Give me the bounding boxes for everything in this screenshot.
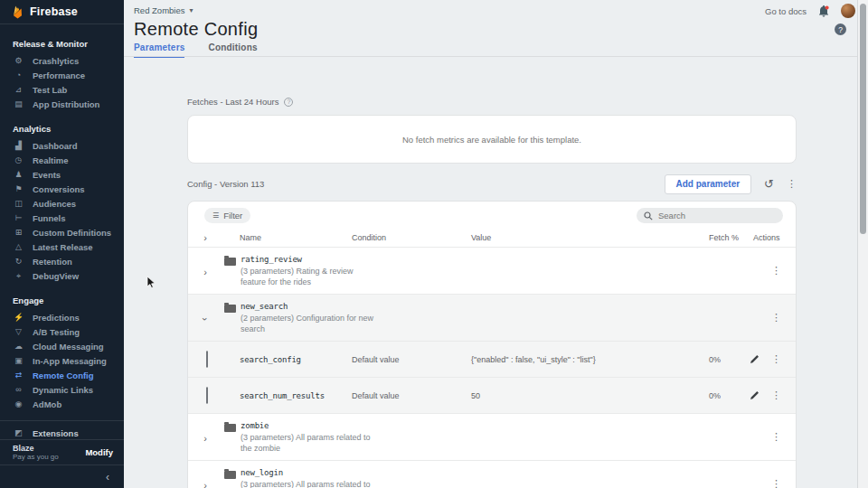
row-more-icon[interactable]: ⋮ (771, 432, 781, 442)
row-checkbox[interactable] (206, 387, 208, 404)
config-version-label: Config - Version 113 (187, 179, 264, 189)
plan-row: Blaze Pay as you go Modify (0, 439, 124, 465)
ab-testing-icon: ▽ (13, 327, 24, 336)
sidebar-item-extensions[interactable]: ◩ Extensions (0, 420, 124, 439)
sidebar-item-conversions[interactable]: ⚑Conversions (0, 182, 124, 196)
plan-detail: Pay as you go (13, 453, 59, 461)
sidebar-item-events[interactable]: ♟Events (0, 167, 124, 182)
sidebar-item-cloud-messaging[interactable]: ☁Cloud Messaging (0, 339, 124, 353)
edit-parameter-icon[interactable] (750, 354, 760, 364)
chevron-right-icon[interactable]: › (201, 480, 210, 488)
chevron-right-icon[interactable]: › (201, 433, 210, 444)
add-parameter-button[interactable]: Add parameter (665, 174, 752, 194)
predictions-icon: ⚡ (13, 313, 24, 322)
main-content: Fetches - Last 24 Hours ? No fetch metri… (124, 57, 857, 488)
table-row-zombie[interactable]: › zombie (3 parameters) All params relat… (188, 414, 796, 461)
cloud-messaging-icon: ☁ (13, 342, 24, 351)
table-row-rating-review[interactable]: › rating_review (3 parameters) Rating & … (188, 248, 796, 295)
table-row-new-search[interactable]: › new_search (2 parameters) Configuratio… (188, 295, 796, 342)
project-name: Red Zombies (134, 5, 185, 15)
dashboard-icon: ▟ (13, 141, 24, 150)
sidebar-collapse-row: ‹ (0, 465, 124, 488)
table-row-new-login[interactable]: › new_login (3 parameters) All params re… (188, 461, 796, 488)
section-release-monitor: Release & Monitor (0, 32, 124, 53)
scrollbar-thumb[interactable] (860, 4, 866, 234)
expand-all-icon[interactable]: › (201, 232, 210, 243)
sidebar-item-audiences[interactable]: ◫Audiences (0, 196, 124, 211)
config-more-icon[interactable]: ⋮ (787, 179, 797, 189)
row-more-icon[interactable]: ⋮ (771, 479, 781, 488)
sidebar-item-retention[interactable]: ↻Retention (0, 254, 124, 268)
sidebar-nav: Release & Monitor ⚙Crashlytics ◔Performa… (0, 24, 124, 439)
group-description: (3 parameters) Rating & review feature f… (241, 266, 381, 287)
parameter-value: {"enabled" : false, "ui_style" : "list"} (467, 355, 693, 364)
fetch-empty-message: No fetch metrics are available for this … (402, 135, 581, 145)
sidebar-item-latest-release[interactable]: △Latest Release (0, 239, 124, 254)
fetches-help-icon[interactable]: ? (284, 98, 293, 107)
plan-name: Blaze (13, 444, 59, 453)
group-name: new_search (241, 302, 381, 311)
retention-icon: ↻ (13, 257, 24, 266)
folder-icon (224, 471, 236, 479)
search-box[interactable] (637, 208, 783, 223)
debugview-icon: ⌖ (13, 271, 24, 281)
sidebar-item-in-app-messaging[interactable]: ▣In-App Messaging (0, 353, 124, 368)
search-input[interactable] (658, 211, 778, 221)
table-row-search-num-results[interactable]: search_num_results Default value 50 0% ⋮ (188, 378, 796, 414)
row-more-icon[interactable]: ⋮ (771, 266, 781, 276)
parameter-condition: Default value (352, 355, 467, 364)
page-title: Remote Config (134, 19, 258, 40)
section-engage: Engage (0, 288, 124, 310)
help-icon[interactable]: ? (835, 23, 846, 35)
sidebar-item-ab-testing[interactable]: ▽A/B Testing (0, 324, 124, 339)
sidebar-item-realtime[interactable]: ◷Realtime (0, 153, 124, 167)
plan-modify-button[interactable]: Modify (85, 447, 113, 457)
notifications-bell-icon[interactable] (818, 5, 829, 17)
column-header-condition: Condition (352, 233, 467, 242)
row-more-icon[interactable]: ⋮ (771, 313, 781, 323)
remote-config-icon: ⇄ (13, 371, 24, 380)
parameter-value: 50 (467, 391, 693, 400)
sidebar-item-debugview[interactable]: ⌖DebugView (0, 268, 124, 283)
chevron-right-icon[interactable]: › (201, 267, 210, 277)
user-avatar[interactable] (841, 4, 855, 18)
sidebar-item-performance[interactable]: ◔Performance (0, 68, 124, 82)
firebase-flame-icon (12, 5, 24, 19)
conversions-icon: ⚑ (13, 184, 24, 193)
sidebar-item-crashlytics[interactable]: ⚙Crashlytics (0, 53, 124, 68)
group-name: new_login (241, 468, 381, 477)
row-checkbox[interactable] (206, 351, 208, 368)
custom-definitions-icon: ⊞ (13, 228, 24, 237)
sidebar-item-funnels[interactable]: ⊢Funnels (0, 211, 124, 225)
sidebar-item-predictions[interactable]: ⚡Predictions (0, 310, 124, 324)
sidebar-item-admob[interactable]: ◉AdMob (0, 397, 124, 411)
sidebar-item-custom-definitions[interactable]: ⊞Custom Definitions (0, 225, 124, 239)
sidebar-item-remote-config[interactable]: ⇄Remote Config (0, 368, 124, 382)
row-more-icon[interactable]: ⋮ (771, 390, 781, 400)
audiences-icon: ◫ (13, 199, 24, 208)
crashlytics-icon: ⚙ (13, 56, 24, 65)
page-scrollbar[interactable] (857, 0, 868, 488)
column-header-name: Name (224, 233, 352, 242)
chevron-down-icon[interactable]: › (200, 314, 211, 324)
sidebar-item-app-distribution[interactable]: ▤App Distribution (0, 97, 124, 111)
section-analytics: Analytics (0, 117, 124, 138)
performance-icon: ◔ (13, 70, 24, 80)
project-selector[interactable]: Red Zombies ▾ (134, 5, 193, 15)
chevron-down-icon: ▾ (190, 6, 193, 14)
filter-button[interactable]: ☰ Filter (204, 208, 250, 223)
edit-parameter-icon[interactable] (750, 390, 760, 400)
version-history-icon[interactable]: ↺ (764, 178, 774, 190)
row-more-icon[interactable]: ⋮ (771, 354, 781, 364)
go-to-docs-link[interactable]: Go to docs (765, 6, 807, 16)
sidebar: Firebase Release & Monitor ⚙Crashlytics … (0, 0, 124, 488)
parameters-table: ☰ Filter › Name Condition Value Fetch % … (187, 201, 797, 488)
firebase-logo[interactable]: Firebase (0, 0, 124, 24)
sidebar-item-test-lab[interactable]: ⊿Test Lab (0, 82, 124, 97)
fetches-label: Fetches - Last 24 Hours (187, 97, 278, 107)
column-header-fetch: Fetch % (693, 233, 742, 242)
table-row-search-config[interactable]: search_config Default value {"enabled" :… (188, 342, 796, 378)
collapse-sidebar-icon[interactable]: ‹ (106, 471, 109, 483)
sidebar-item-dashboard[interactable]: ▟Dashboard (0, 138, 124, 153)
sidebar-item-dynamic-links[interactable]: ∞Dynamic Links (0, 382, 124, 397)
